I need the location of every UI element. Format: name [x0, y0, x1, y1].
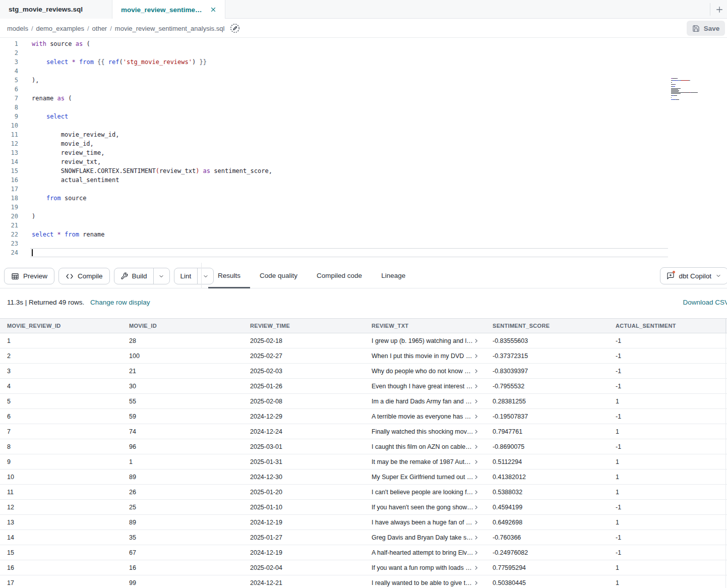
table-row: 13892024-12-19I have always been a huge …: [0, 515, 727, 530]
tab-lineage[interactable]: Lineage: [372, 263, 415, 288]
code-line: ): [30, 212, 668, 221]
table-cell: -0.37372315: [486, 348, 609, 363]
row-expander-chevron-icon[interactable]: [473, 535, 479, 540]
tabbar-divider: [710, 3, 710, 16]
save-button[interactable]: Save: [687, 21, 725, 36]
code-token: with: [32, 40, 46, 47]
table-row: 21002025-02-27When I put this movie in m…: [0, 348, 727, 364]
row-expander-chevron-icon[interactable]: [473, 489, 479, 495]
minimap-bar: [689, 80, 690, 81]
review-text: I can't believe people are looking for a…: [372, 489, 473, 496]
table-cell: If you haven't seen the gong show TV s…: [365, 500, 486, 514]
results-table-body: 1282025-02-18I grew up (b. 1965) watchin…: [0, 333, 727, 588]
close-icon[interactable]: [210, 6, 217, 13]
tab-code-quality[interactable]: Code quality: [250, 263, 307, 288]
code-line: movie_review_id,: [30, 130, 668, 139]
table-cell: -1: [609, 439, 726, 454]
preview-button[interactable]: Preview: [4, 268, 54, 284]
review-text: Even though I have great interest in Bi…: [372, 383, 473, 390]
table-cell: 2024-12-19: [243, 515, 365, 530]
row-expander-chevron-icon[interactable]: [473, 580, 479, 585]
table-cell: My Super Ex Girlfriend turned out to b…: [365, 469, 486, 484]
review-text: I really wanted to be able to give this …: [372, 579, 473, 586]
table-cell: It may be the remake of 1987 Autumn'…: [365, 454, 486, 469]
minimap[interactable]: [671, 78, 707, 102]
code-editor[interactable]: 123456789101112131415161718192021222324 …: [0, 38, 727, 263]
line-number: 4: [0, 67, 18, 76]
tab-results[interactable]: Results: [208, 263, 250, 288]
row-expander-chevron-icon[interactable]: [473, 398, 479, 404]
line-number: 6: [0, 85, 18, 94]
code-token: rename: [32, 95, 57, 102]
new-tab-plus-icon[interactable]: [714, 5, 724, 15]
copilot-chat-sparkle-icon: [667, 272, 675, 280]
table-row: 17992024-12-21I really wanted to be able…: [0, 575, 727, 588]
row-expander-chevron-icon[interactable]: [473, 383, 479, 389]
table-cell: 0.41382012: [486, 469, 609, 484]
code-line: review_txt,: [30, 157, 668, 166]
table-cell: 67: [122, 545, 243, 560]
line-number: 15: [0, 166, 18, 175]
table-cell: 1: [609, 424, 726, 439]
editor-lines: with source as ( select * from {{ ref('s…: [30, 39, 668, 257]
table-cell: -1: [609, 333, 726, 348]
code-line: [30, 121, 668, 130]
row-expander-chevron-icon[interactable]: [473, 338, 479, 343]
code-token: movie_id,: [32, 140, 94, 147]
row-expander-chevron-icon[interactable]: [473, 519, 479, 525]
file-tab-movie-review-sentiment[interactable]: movie_review_sentiment_…: [112, 0, 225, 19]
table-cell: 2025-02-03: [243, 364, 365, 378]
copilot-label: dbt Copilot: [679, 272, 711, 280]
row-expander-chevron-icon[interactable]: [473, 368, 479, 374]
line-number: 17: [0, 185, 18, 194]
row-expander-chevron-icon[interactable]: [473, 353, 479, 359]
row-expander-chevron-icon[interactable]: [473, 429, 479, 434]
build-button[interactable]: Build: [114, 268, 154, 284]
change-row-display-link[interactable]: Change row display: [90, 299, 150, 306]
table-cell: 16: [122, 560, 243, 575]
tab-compiled-code[interactable]: Compiled code: [307, 263, 372, 288]
table-cell: 2024-12-29: [243, 409, 365, 424]
build-dropdown-chevron-icon[interactable]: [154, 268, 169, 284]
row-expander-chevron-icon[interactable]: [473, 565, 479, 570]
code-line: [30, 185, 668, 194]
table-cell: A terrible movie as everyone has said. …: [365, 409, 486, 424]
lint-button[interactable]: Lint: [174, 268, 198, 284]
breadcrumb-row: models/demo_examples/other/movie_review_…: [0, 19, 727, 38]
row-expander-chevron-icon[interactable]: [473, 474, 479, 480]
table-cell: 35: [122, 530, 243, 545]
table-cell: 2024-12-19: [243, 545, 365, 560]
code-token: from: [46, 195, 61, 202]
minimap-bar: [673, 86, 675, 87]
minimap-bar: [681, 80, 689, 81]
tab-label: Code quality: [260, 272, 297, 279]
table-cell: 16: [0, 560, 122, 575]
table-cell: 1: [609, 469, 726, 484]
table-cell: If you want a fun romp with loads of s…: [365, 560, 486, 575]
row-expander-chevron-icon[interactable]: [473, 444, 479, 449]
code-token: (: [119, 58, 123, 66]
row-expander-chevron-icon[interactable]: [473, 414, 479, 419]
compile-button[interactable]: Compile: [58, 268, 110, 284]
download-csv-link[interactable]: Download CSV: [683, 299, 727, 306]
row-expander-chevron-icon[interactable]: [473, 550, 479, 555]
minimap-bar: [675, 84, 676, 85]
review-text: My Super Ex Girlfriend turned out to b…: [372, 474, 473, 481]
row-expander-chevron-icon[interactable]: [473, 504, 479, 510]
table-cell: -1: [609, 348, 726, 363]
code-token: ref: [108, 58, 119, 66]
table-cell: -0.83039397: [486, 364, 609, 378]
table-row: 8962025-03-01I caught this film on AZN o…: [0, 439, 727, 454]
row-expander-chevron-icon[interactable]: [473, 459, 479, 464]
file-tab-stg-movie-reviews[interactable]: stg_movie_reviews.sql: [0, 0, 112, 19]
tab-label: Results: [218, 272, 240, 279]
code-token: from: [65, 231, 79, 238]
minimap-bar: [691, 92, 698, 93]
code-token: [199, 167, 203, 174]
code-token: as: [76, 40, 83, 47]
table-cell: When I put this movie in my DVD playe…: [365, 348, 486, 363]
review-text: A terrible movie as everyone has said. …: [372, 413, 473, 420]
table-cell: -0.8690075: [486, 439, 609, 454]
code-token: select: [46, 113, 68, 120]
dbt-copilot-button[interactable]: dbt Copilot: [660, 267, 727, 284]
